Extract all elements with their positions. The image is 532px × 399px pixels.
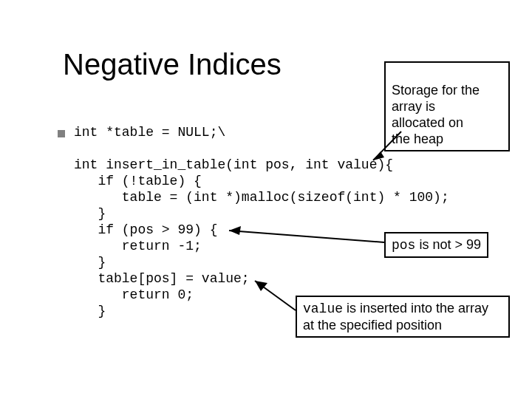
callout-value: value is inserted into the array at the … <box>296 296 510 338</box>
callout-pos: pos is not > 99 <box>384 232 488 258</box>
callout-pos-prefix: pos <box>392 238 415 253</box>
callout-value-prefix: value <box>303 301 343 316</box>
callout-pos-rest: is not > 99 <box>415 237 481 252</box>
callout-heap: Storage for the array is allocated on th… <box>384 61 510 151</box>
bullet-icon <box>58 130 65 137</box>
code-block: int *table = NULL;\ int insert_in_table(… <box>74 124 449 319</box>
slide: Negative Indices int *table = NULL;\ int… <box>0 0 532 399</box>
slide-title: Negative Indices <box>63 48 282 81</box>
callout-heap-text: Storage for the array is allocated on th… <box>392 83 480 146</box>
